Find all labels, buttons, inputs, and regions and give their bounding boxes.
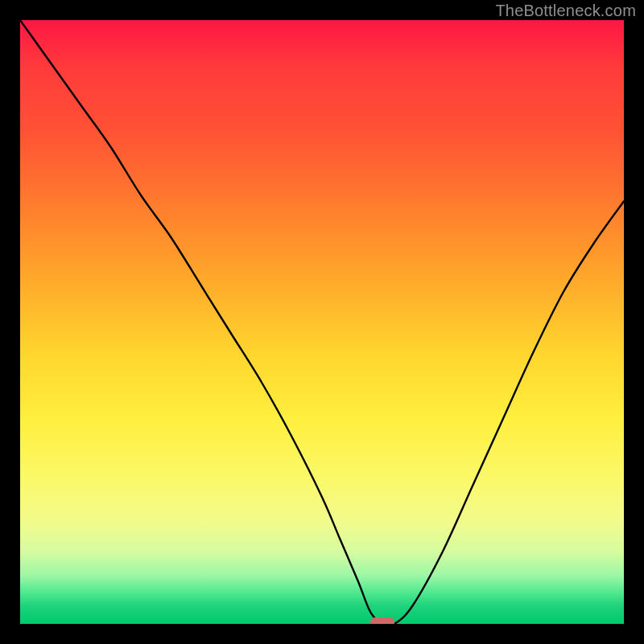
watermark-text: TheBottleneck.com <box>495 2 636 20</box>
chart-frame: TheBottleneck.com <box>0 0 644 644</box>
bottleneck-marker <box>370 617 394 624</box>
bottleneck-curve-path <box>20 20 624 624</box>
plot-area <box>20 20 624 624</box>
curve-svg <box>20 20 624 624</box>
